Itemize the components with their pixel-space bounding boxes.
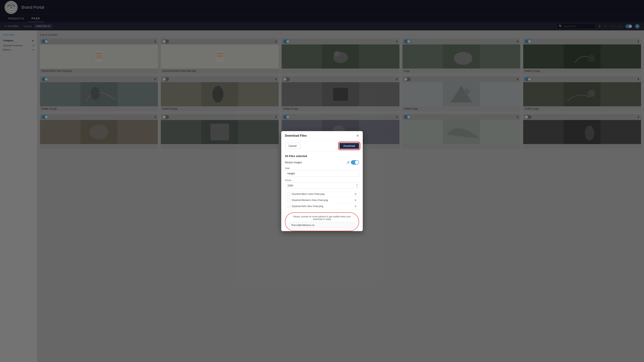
resize-toggle[interactable] [351, 160, 359, 165]
pixels-input[interactable] [285, 182, 359, 189]
resize-images-row: Resize images 🔗 [285, 160, 359, 165]
file-item-name: Dryshod Men's Size Chart.png [292, 193, 353, 195]
file-item-checkbox[interactable] [287, 193, 290, 196]
modal-overlay[interactable]: Download Files ✕ Cancel Download 25 File… [0, 0, 644, 362]
modal-header: Download Files ✕ [281, 131, 363, 141]
pixels-label: Pixels [285, 179, 359, 182]
file-item-name: Dryshod Kid's Size Chart.png [292, 205, 353, 208]
list-item: Dryshod Women's Size Chart.png ✕ [285, 197, 359, 203]
pixels-spinners[interactable]: ▲ ▼ [356, 183, 358, 188]
list-item: Dryshod Kid's Size Chart.png ✕ [285, 203, 359, 209]
download-files-modal: Download Files ✕ Cancel Download 25 File… [281, 131, 363, 231]
pixels-input-wrap: ▲ ▼ [285, 182, 359, 189]
spinner-up-icon[interactable]: ▲ [356, 183, 358, 185]
email-notice: Please, provide an email address to get … [289, 215, 355, 221]
side-label: Side [285, 167, 359, 170]
file-item-remove-button[interactable]: ✕ [354, 199, 357, 202]
spinner-down-icon[interactable]: ▼ [356, 186, 358, 188]
email-input[interactable] [289, 222, 355, 228]
lock-icon: 🔗 [347, 161, 350, 164]
file-item-name: Dryshod Women's Size Chart.png [292, 199, 353, 201]
file-item-remove-button[interactable]: ✕ [354, 205, 357, 208]
file-item-checkbox[interactable] [287, 205, 290, 208]
modal-file-list: Dryshod Men's Size Chart.png ✕ Dryshod W… [285, 191, 359, 209]
list-item: Dryshod Men's Size Chart.png ✕ [285, 191, 359, 197]
cancel-button[interactable]: Cancel [285, 143, 300, 149]
files-selected-count: 25 Files selected [285, 154, 359, 158]
modal-close-button[interactable]: ✕ [356, 134, 359, 137]
resize-images-label: Resize images [285, 161, 302, 164]
side-select[interactable]: Height Width [285, 170, 359, 177]
file-item-checkbox[interactable] [287, 199, 290, 202]
side-form-group: Side Height Width [285, 167, 359, 177]
download-button[interactable]: Download [340, 143, 359, 149]
file-item-remove-button[interactable]: ✕ [354, 193, 357, 196]
email-section: Please, provide an email address to get … [285, 212, 359, 231]
modal-actions: Cancel Download [281, 141, 363, 151]
pixels-form-group: Pixels ▲ ▼ [285, 179, 359, 189]
modal-body: 25 Files selected Resize images 🔗 Side H… [281, 151, 363, 231]
resize-toggle-group: 🔗 [347, 160, 359, 165]
modal-title: Download Files [285, 134, 306, 137]
